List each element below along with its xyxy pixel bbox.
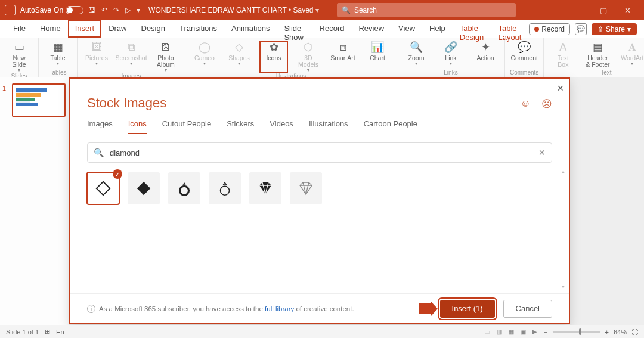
chart-button[interactable]: 📊Chart xyxy=(363,41,392,73)
pictures-button[interactable]: 🖼Pictures▾ xyxy=(82,41,111,73)
zoom-level[interactable]: 64% xyxy=(614,328,627,336)
menu-help[interactable]: Help xyxy=(422,20,453,38)
textbox-button[interactable]: AText Box xyxy=(549,41,577,68)
normal-view-button[interactable]: ▥ xyxy=(496,328,502,336)
full-library-link[interactable]: full library xyxy=(265,305,294,312)
share-button[interactable]: ⇪ Share ▾ xyxy=(592,23,637,35)
group-label-comments: Comments xyxy=(510,69,538,76)
tab-videos[interactable]: Videos xyxy=(270,119,293,134)
slide-indicator[interactable]: Slide 1 of 1 xyxy=(6,328,39,336)
minimize-button[interactable]: — xyxy=(568,6,592,15)
result-gem-outline[interactable] xyxy=(290,172,322,204)
dialog-scrollbar[interactable]: ▴ ▾ xyxy=(561,168,565,290)
slide-thumbnail-panel[interactable]: 1 xyxy=(0,77,69,325)
menu-record[interactable]: Record xyxy=(312,20,352,38)
new-slide-button[interactable]: ▭New Slide▾ xyxy=(5,41,33,73)
search-input[interactable]: 🔍 Search xyxy=(337,3,516,17)
table-button[interactable]: ▦Table▾ xyxy=(44,41,72,66)
tab-cartoon-people[interactable]: Cartoon People xyxy=(364,119,417,134)
photo-album-button[interactable]: 🖻Photo Album▾ xyxy=(151,41,180,73)
action-button[interactable]: ✦Action xyxy=(471,41,500,66)
scroll-up-icon[interactable]: ▴ xyxy=(561,168,565,175)
close-button[interactable]: ✕ xyxy=(615,6,639,15)
menu-review[interactable]: Review xyxy=(351,20,391,38)
sorter-view-button[interactable]: ▦ xyxy=(508,328,514,336)
menu-table-layout[interactable]: Table Layout xyxy=(491,20,529,38)
insert-button[interactable]: Insert (1) xyxy=(440,300,495,318)
result-ring-solid[interactable] xyxy=(168,172,200,204)
icons-button[interactable]: ✿Icons xyxy=(259,41,288,73)
feedback-happy-icon[interactable]: ☺ xyxy=(521,98,531,110)
cube-icon: ⬡ xyxy=(301,41,316,54)
qat-more-icon[interactable]: ▾ xyxy=(137,6,140,14)
slideshow-icon[interactable]: ▷ xyxy=(125,6,131,14)
result-diamond-outline[interactable]: ✓ xyxy=(87,172,119,204)
dialog-search-row: 🔍 ✕ xyxy=(87,142,552,163)
callout-arrow-icon xyxy=(419,303,432,314)
result-gem-solid[interactable] xyxy=(249,172,281,204)
result-diamond-solid[interactable] xyxy=(128,172,160,204)
autosave-label: AutoSave xyxy=(20,6,51,14)
maximize-button[interactable]: ▢ xyxy=(592,6,615,15)
clear-search-button[interactable]: ✕ xyxy=(538,148,546,157)
dialog-close-button[interactable]: ✕ xyxy=(557,83,564,93)
autosave-toggle[interactable]: AutoSave On xyxy=(20,6,83,14)
link-button[interactable]: 🔗Link▾ xyxy=(436,41,465,66)
menu-slideshow[interactable]: Slide Show xyxy=(277,20,312,38)
dialog-tabs: Images Icons Cutout People Stickers Vide… xyxy=(70,119,569,134)
ribbon-group-illustrations: ◯Cameo▾ ◇Shapes▾ ✿Icons ⬡3D Models▾ ⧈Sma… xyxy=(185,38,397,77)
slide-thumbnail[interactable] xyxy=(12,83,66,117)
zoom-slider[interactable] xyxy=(553,331,600,333)
tab-icons[interactable]: Icons xyxy=(128,119,147,134)
menu-file[interactable]: File xyxy=(6,20,33,38)
new-slide-icon: ▭ xyxy=(11,41,27,54)
menu-design[interactable]: Design xyxy=(134,20,172,38)
shapes-button[interactable]: ◇Shapes▾ xyxy=(225,41,253,73)
cameo-button[interactable]: ◯Cameo▾ xyxy=(190,41,219,73)
switch-icon[interactable] xyxy=(66,6,83,14)
results-grid: ✓ xyxy=(70,163,569,214)
redo-icon[interactable]: ↷ xyxy=(113,6,119,14)
result-ring-outline[interactable] xyxy=(209,172,241,204)
menu-insert[interactable]: Insert xyxy=(68,20,102,38)
feedback-sad-icon[interactable]: ☹ xyxy=(541,98,552,110)
action-icon: ✦ xyxy=(478,41,493,54)
menu-table-design[interactable]: Table Design xyxy=(453,20,491,38)
undo-icon[interactable]: ↶ xyxy=(101,6,107,14)
dialog-search-input[interactable] xyxy=(109,148,534,158)
document-title[interactable]: WONDERSHARE EDRAW GANTT CHART • Saved ▾ xyxy=(148,6,319,14)
tab-illustrations[interactable]: Illustrations xyxy=(309,119,348,134)
zoom-in-button[interactable]: + xyxy=(605,328,609,336)
comments-pane-button[interactable]: 💬 xyxy=(575,23,587,35)
zoom-button[interactable]: 🔍Zoom▾ xyxy=(402,41,431,66)
ribbon-group-links: 🔍Zoom▾ 🔗Link▾ ✦Action Links xyxy=(397,38,505,77)
menu-view[interactable]: View xyxy=(391,20,422,38)
cancel-button[interactable]: Cancel xyxy=(503,300,552,318)
header-footer-button[interactable]: ▤Header & Footer xyxy=(583,41,612,68)
3d-models-button[interactable]: ⬡3D Models▾ xyxy=(294,41,323,73)
reading-view-button[interactable]: ▣ xyxy=(520,328,526,336)
wordart-button[interactable]: 𝐀WordArt▾ xyxy=(618,41,644,68)
zoom-out-button[interactable]: − xyxy=(544,328,547,336)
screenshot-button[interactable]: ⧉Screenshot▾ xyxy=(117,41,145,73)
notes-button[interactable]: ▭ xyxy=(484,328,490,336)
record-button[interactable]: Record xyxy=(529,23,570,35)
zoom-icon: 🔍 xyxy=(408,41,424,54)
workspace: 1 ✕ Stock Images ☺ ☹ Images Icons Cutout… xyxy=(0,77,644,325)
save-icon[interactable]: 🖫 xyxy=(88,6,95,14)
tab-cutout-people[interactable]: Cutout People xyxy=(162,119,211,134)
menu-home[interactable]: Home xyxy=(33,20,68,38)
menu-transitions[interactable]: Transitions xyxy=(172,20,224,38)
tab-images[interactable]: Images xyxy=(87,119,113,134)
fit-to-window-button[interactable]: ⛶ xyxy=(631,328,638,336)
menu-animations[interactable]: Animations xyxy=(224,20,277,38)
menu-draw[interactable]: Draw xyxy=(101,20,134,38)
smartart-button[interactable]: ⧈SmartArt xyxy=(329,41,357,73)
accessibility-icon[interactable]: ⊞ xyxy=(45,328,50,336)
scroll-down-icon[interactable]: ▾ xyxy=(561,283,565,290)
tab-stickers[interactable]: Stickers xyxy=(227,119,254,134)
language-indicator[interactable]: En xyxy=(56,328,64,336)
slideshow-view-button[interactable]: ▶ xyxy=(532,328,537,336)
comment-button[interactable]: 💬Comment xyxy=(510,41,538,61)
footer-info: i As a Microsoft 365 subscriber, you hav… xyxy=(87,305,354,313)
